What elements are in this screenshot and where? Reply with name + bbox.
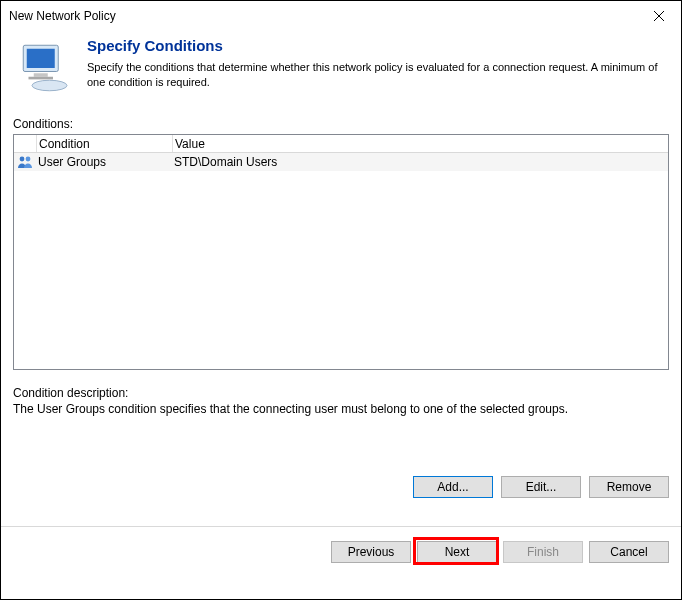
svg-point-7	[20, 157, 25, 162]
cancel-button[interactable]: Cancel	[589, 541, 669, 563]
page-title: Specify Conditions	[87, 37, 667, 54]
window-title: New Network Policy	[9, 9, 116, 23]
edit-button[interactable]: Edit...	[501, 476, 581, 498]
description-label: Condition description:	[1, 370, 681, 402]
remove-button[interactable]: Remove	[589, 476, 669, 498]
finish-button: Finish	[503, 541, 583, 563]
svg-rect-5	[29, 77, 54, 80]
next-button[interactable]: Next	[417, 541, 497, 563]
svg-point-6	[32, 80, 67, 91]
page-subtitle: Specify the conditions that determine wh…	[87, 60, 667, 90]
conditions-list[interactable]: Condition Value User Groups STD\Domain U…	[13, 134, 669, 370]
svg-point-8	[26, 157, 31, 162]
wizard-header: Specify Conditions Specify the condition…	[1, 31, 681, 117]
svg-rect-3	[27, 49, 55, 68]
user-groups-icon	[14, 155, 36, 169]
add-button[interactable]: Add...	[413, 476, 493, 498]
column-condition[interactable]: Condition	[36, 135, 172, 152]
row-condition: User Groups	[36, 155, 172, 169]
wizard-footer: Previous Next Finish Cancel	[1, 527, 681, 563]
table-row[interactable]: User Groups STD\Domain Users	[14, 153, 668, 171]
column-value[interactable]: Value	[172, 135, 668, 152]
close-button[interactable]	[637, 1, 681, 31]
close-icon	[654, 8, 664, 24]
svg-rect-4	[34, 73, 48, 77]
condition-actions: Add... Edit... Remove	[1, 416, 681, 498]
row-value: STD\Domain Users	[172, 155, 668, 169]
conditions-label: Conditions:	[1, 117, 681, 134]
description-text: The User Groups condition specifies that…	[1, 402, 681, 416]
title-bar: New Network Policy	[1, 1, 681, 31]
wizard-icon	[15, 37, 77, 99]
list-header: Condition Value	[14, 135, 668, 153]
previous-button[interactable]: Previous	[331, 541, 411, 563]
